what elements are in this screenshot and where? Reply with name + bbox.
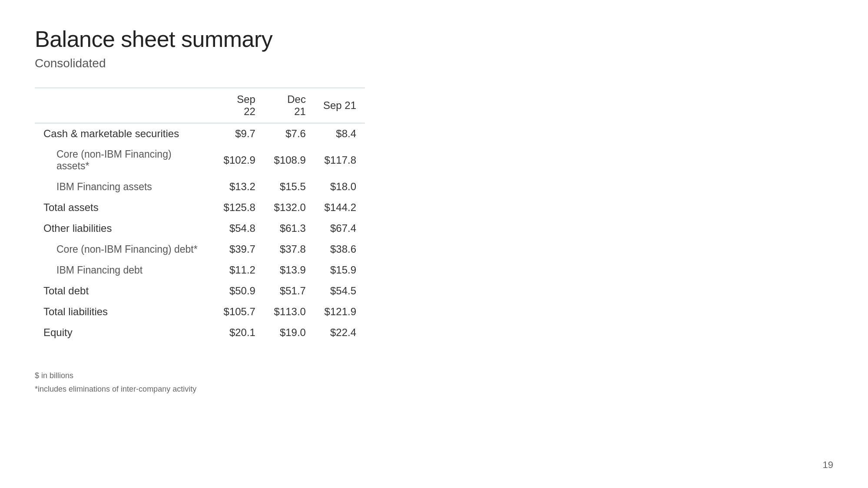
- row-dec21: $13.9: [264, 260, 315, 280]
- table-row: Other liabilities$54.8$61.3$67.4: [35, 218, 365, 239]
- row-label: Core (non-IBM Financing) debt*: [35, 239, 214, 260]
- row-sep22: $50.9: [214, 280, 264, 301]
- table-header-row: Sep 22 Dec 21 Sep 21: [35, 88, 365, 123]
- row-sep21: $22.4: [315, 322, 365, 343]
- row-dec21: $61.3: [264, 218, 315, 239]
- row-sep21: $121.9: [315, 301, 365, 322]
- row-sep22: $102.9: [214, 144, 264, 176]
- row-dec21: $132.0: [264, 197, 315, 218]
- row-label: Cash & marketable securities: [35, 123, 214, 145]
- table-row: Total debt$50.9$51.7$54.5: [35, 280, 365, 301]
- row-dec21: $15.5: [264, 176, 315, 197]
- row-sep22: $54.8: [214, 218, 264, 239]
- row-dec21: $108.9: [264, 144, 315, 176]
- row-sep21: $18.0: [315, 176, 365, 197]
- footnote-line1: $ in billions: [35, 369, 356, 382]
- row-sep22: $11.2: [214, 260, 264, 280]
- row-sep22: $20.1: [214, 322, 264, 343]
- row-dec21: $51.7: [264, 280, 315, 301]
- footnote-line2: *includes eliminations of inter-company …: [35, 382, 356, 396]
- row-sep21: $67.4: [315, 218, 365, 239]
- row-label: Total debt: [35, 280, 214, 301]
- table-row: IBM Financing assets$13.2$15.5$18.0: [35, 176, 365, 197]
- table-row: Core (non-IBM Financing) assets*$102.9$1…: [35, 144, 365, 176]
- table-row: Core (non-IBM Financing) debt*$39.7$37.8…: [35, 239, 365, 260]
- page-number: 19: [823, 459, 833, 471]
- balance-table: Sep 22 Dec 21 Sep 21 Cash & marketable s…: [35, 88, 365, 343]
- col-header-label: [35, 88, 214, 123]
- col-header-sep22: Sep 22: [214, 88, 264, 123]
- row-label: Equity: [35, 322, 214, 343]
- row-sep21: $117.8: [315, 144, 365, 176]
- row-sep22: $125.8: [214, 197, 264, 218]
- row-sep21: $144.2: [315, 197, 365, 218]
- row-sep22: $105.7: [214, 301, 264, 322]
- row-label: Total liabilities: [35, 301, 214, 322]
- row-label: IBM Financing debt: [35, 260, 214, 280]
- row-sep21: $15.9: [315, 260, 365, 280]
- page-title: Balance sheet summary: [35, 26, 356, 52]
- table-row: Equity$20.1$19.0$22.4: [35, 322, 365, 343]
- row-sep21: $54.5: [315, 280, 365, 301]
- table-row: Total assets$125.8$132.0$144.2: [35, 197, 365, 218]
- row-dec21: $19.0: [264, 322, 315, 343]
- table-row: Total liabilities$105.7$113.0$121.9: [35, 301, 365, 322]
- row-dec21: $7.6: [264, 123, 315, 145]
- row-label: Core (non-IBM Financing) assets*: [35, 144, 214, 176]
- row-dec21: $113.0: [264, 301, 315, 322]
- table-row: IBM Financing debt$11.2$13.9$15.9: [35, 260, 365, 280]
- row-sep21: $8.4: [315, 123, 365, 145]
- col-header-sep21: Sep 21: [315, 88, 365, 123]
- row-sep22: $9.7: [214, 123, 264, 145]
- page-container: Balance sheet summary Consolidated Sep 2…: [0, 0, 391, 422]
- row-dec21: $37.8: [264, 239, 315, 260]
- row-label: Other liabilities: [35, 218, 214, 239]
- row-sep21: $38.6: [315, 239, 365, 260]
- row-sep22: $13.2: [214, 176, 264, 197]
- row-sep22: $39.7: [214, 239, 264, 260]
- footnotes: $ in billions *includes eliminations of …: [35, 369, 356, 396]
- table-row: Cash & marketable securities$9.7$7.6$8.4: [35, 123, 365, 145]
- row-label: Total assets: [35, 197, 214, 218]
- row-label: IBM Financing assets: [35, 176, 214, 197]
- col-header-dec21: Dec 21: [264, 88, 315, 123]
- page-subtitle: Consolidated: [35, 56, 356, 70]
